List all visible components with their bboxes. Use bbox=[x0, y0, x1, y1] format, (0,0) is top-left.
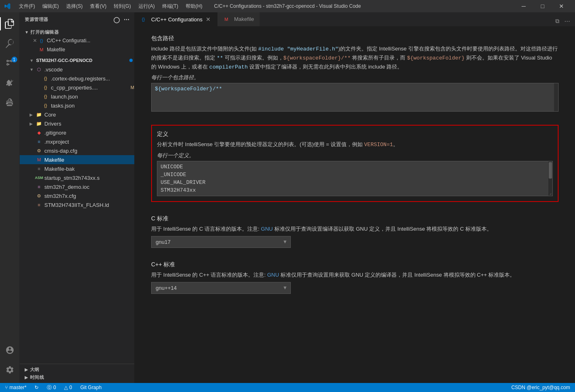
cfg2-name: stm32h7x.cfg bbox=[44, 193, 134, 199]
errors-status[interactable]: ⓪ 0 bbox=[45, 384, 58, 391]
tree-launch-json[interactable]: ▶ {} launch.json bbox=[20, 92, 134, 101]
include-path-sublabel: 每行一个包含路径。 bbox=[151, 74, 559, 81]
minimize-button[interactable]: ─ bbox=[514, 0, 533, 12]
define-unicode2: _UNICODE bbox=[159, 171, 551, 179]
activity-accounts[interactable] bbox=[0, 340, 20, 360]
timeline-chevron: ▶ bbox=[25, 375, 28, 380]
tree-drivers-folder[interactable]: ▶ 📁 Drivers bbox=[20, 119, 134, 128]
tree-startup[interactable]: ▶ ASM startup_stm32h743xx.s bbox=[20, 173, 134, 182]
tab-cpp-close[interactable]: ✕ bbox=[205, 16, 212, 23]
tab-cpp-label: C/C++ Configurations bbox=[151, 16, 202, 23]
tree-core-folder[interactable]: ▶ 📁 Core bbox=[20, 110, 134, 119]
title-controls: ─ □ ✕ bbox=[514, 0, 571, 12]
git-graph-status[interactable]: Git Graph bbox=[78, 385, 103, 390]
menu-terminal[interactable]: 终端(T) bbox=[159, 2, 182, 11]
timeline-section[interactable]: ▶ 时间线 bbox=[20, 374, 134, 381]
tab-makefile[interactable]: M Makefile bbox=[218, 12, 260, 26]
c-standard-select[interactable]: gnu17 c17 gnu11 c11 bbox=[151, 236, 291, 248]
makefile-bak-name: Makefile-bak bbox=[44, 166, 134, 172]
split-editor-icon[interactable]: ⧉ bbox=[554, 16, 561, 26]
tree-vscode-folder[interactable]: ▼ ⬡ .vscode bbox=[20, 65, 134, 74]
menu-select[interactable]: 选择(S) bbox=[63, 2, 86, 11]
window-title: C/C++ Configurations - stm32h7-gcc-openo… bbox=[214, 3, 361, 9]
defines-list[interactable]: UNICODE _UNICODE USE_HAL_DRIVER STM32H74… bbox=[157, 161, 553, 196]
activity-settings[interactable] bbox=[0, 360, 20, 380]
activity-search[interactable] bbox=[0, 34, 20, 53]
open-editor-makefile[interactable]: ✕ M Makefile bbox=[20, 45, 134, 54]
tree-mxproject[interactable]: ▶ ≡ .mxproject bbox=[20, 137, 134, 146]
tree-ioc[interactable]: ▶ ≡ stm32h7_demo.ioc bbox=[20, 182, 134, 191]
mxproject-name: .mxproject bbox=[44, 139, 134, 145]
git-branch-icon: ⑂ bbox=[5, 385, 8, 390]
drivers-chevron: ▶ bbox=[30, 121, 36, 126]
tab-makefile-icon: M bbox=[223, 16, 229, 22]
sidebar-header: 资源管理器 ◯ ⋯ bbox=[20, 12, 134, 27]
drivers-folder-name: Drivers bbox=[44, 121, 134, 127]
title-bar-left: 文件(F) 编辑(E) 选择(S) 查看(V) 转到(G) 运行(A) 终端(T… bbox=[4, 2, 206, 11]
tree-makefile[interactable]: ▶ M Makefile bbox=[20, 155, 134, 164]
startup-name: startup_stm32h743xx.s bbox=[44, 175, 134, 181]
defines-resize-handle[interactable]: ⌟ bbox=[550, 190, 552, 195]
sidebar-new-file-icon[interactable]: ◯ bbox=[113, 16, 120, 23]
activity-extensions[interactable] bbox=[0, 93, 20, 112]
gnu-note: GNU bbox=[261, 226, 273, 232]
activity-bar: 1 bbox=[0, 12, 20, 383]
close-editor-cpp-icon[interactable]: ✕ bbox=[33, 38, 37, 44]
tree-ld[interactable]: ▶ ≡ STM32H743IITx_FLASH.ld bbox=[20, 200, 134, 209]
menu-run[interactable]: 运行(A) bbox=[135, 2, 158, 11]
activity-explorer[interactable] bbox=[0, 14, 20, 34]
c-standard-description: 用于 IntelliSense 的 C 语言标准的版本。注意: GNU 标准仅用… bbox=[151, 225, 559, 234]
tree-makefile-bak[interactable]: ▶ ≡ Makefile-bak bbox=[20, 164, 134, 173]
tab-cpp-config[interactable]: {} C/C++ Configurations ✕ bbox=[135, 12, 218, 26]
double-star-code: ** bbox=[217, 55, 223, 61]
warnings-status[interactable]: △ 0 bbox=[62, 385, 74, 390]
menu-file[interactable]: 文件(F) bbox=[16, 2, 38, 11]
open-editors-label[interactable]: ▼ 打开的编辑器 bbox=[20, 28, 134, 36]
editor-content[interactable]: 包含路径 include 路径是包括源文件中随附的头文件(如 #include … bbox=[135, 27, 575, 383]
more-actions-icon[interactable]: ⋯ bbox=[563, 16, 572, 26]
menu-edit[interactable]: 编辑(E) bbox=[39, 2, 62, 11]
git-sync-status[interactable]: ↻ bbox=[33, 385, 40, 390]
tree-cortex-debug[interactable]: ▶ {} .cortex-debug.registers... bbox=[20, 74, 134, 83]
maximize-button[interactable]: □ bbox=[533, 0, 552, 12]
tree-cfg2[interactable]: ▶ ⚙ stm32h7x.cfg bbox=[20, 191, 134, 200]
cpp-standard-select-wrapper: gnu++14 c++14 gnu++17 c++17 ▼ bbox=[151, 282, 291, 294]
cpp-props-icon: {} bbox=[43, 85, 48, 90]
open-editor-cpp[interactable]: ✕ {} C/C++ Configurati... bbox=[20, 36, 134, 45]
sidebar-new-folder-icon[interactable]: ⋯ bbox=[124, 16, 130, 23]
activity-source-control[interactable]: 1 bbox=[0, 53, 20, 73]
makefile-bak-icon: ≡ bbox=[36, 166, 42, 172]
close-button[interactable]: ✕ bbox=[552, 0, 571, 12]
menu-goto[interactable]: 转到(G) bbox=[110, 2, 134, 11]
tab-cpp-icon: {} bbox=[140, 16, 146, 22]
include-path-scrollbar[interactable] bbox=[554, 83, 558, 111]
c-standard-title: C 标准 bbox=[151, 215, 559, 222]
sidebar: 资源管理器 ◯ ⋯ ▼ 打开的编辑器 ✕ {} C/C++ Configurat… bbox=[20, 12, 135, 383]
warnings-label: △ 0 bbox=[64, 385, 72, 390]
cortex-debug-icon: {} bbox=[43, 76, 48, 81]
menu-bar: 文件(F) 编辑(E) 选择(S) 查看(V) 转到(G) 运行(A) 终端(T… bbox=[16, 2, 206, 11]
vscode-folder-icon: ⬡ bbox=[36, 66, 42, 72]
tree-cpp-properties[interactable]: ▶ {} c_cpp_properties.... M bbox=[20, 83, 134, 92]
csdn-info[interactable]: CSDN @eric_pyt@qq.com bbox=[510, 385, 572, 390]
tree-gitignore[interactable]: ▶ ◆ .gitignore bbox=[20, 128, 134, 137]
cpp-standard-select[interactable]: gnu++14 c++14 gnu++17 c++17 bbox=[151, 282, 291, 294]
git-branch-status[interactable]: ⑂ master* bbox=[3, 385, 28, 390]
core-chevron: ▶ bbox=[30, 112, 36, 117]
include-path-input[interactable]: ${workspaceFolder}/** bbox=[151, 83, 559, 112]
cpp-standard-section: C++ 标准 用于 IntelliSense 的 C++ 语言标准的版本。注意:… bbox=[151, 261, 559, 294]
tree-cmsis-cfg[interactable]: ▶ ⚙ cmsis-dap.cfg bbox=[20, 146, 134, 155]
tab-makefile-label: Makefile bbox=[234, 16, 254, 22]
cpp-standard-description: 用于 IntelliSense 的 C++ 语言标准的版本。注意: GNU 标准… bbox=[151, 271, 559, 280]
outline-section[interactable]: ▶ 大纲 bbox=[20, 366, 134, 374]
menu-view[interactable]: 查看(V) bbox=[87, 2, 110, 11]
include-path-section: 包含路径 include 路径是包括源文件中随附的头文件(如 #include … bbox=[151, 35, 559, 112]
defines-scrollbar-thumb bbox=[549, 162, 552, 179]
csdn-label: CSDN @eric_pyt@qq.com bbox=[511, 385, 570, 390]
tree-project-root[interactable]: ▼ STM32H7-GCC-OPENOCD bbox=[20, 56, 134, 65]
cfg2-icon: ⚙ bbox=[36, 193, 42, 199]
ld-name: STM32H743IITx_FLASH.ld bbox=[44, 202, 134, 208]
menu-help[interactable]: 帮助(H) bbox=[182, 2, 206, 11]
activity-run-debug[interactable] bbox=[0, 73, 20, 93]
tree-tasks-json[interactable]: ▶ {} tasks.json bbox=[20, 101, 134, 110]
